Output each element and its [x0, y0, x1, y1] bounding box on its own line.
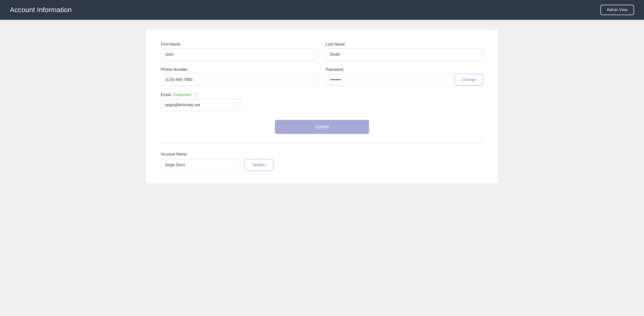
password-label: Password	[326, 67, 483, 72]
email-label: Email (Confirmed) ?	[161, 93, 483, 97]
update-button[interactable]: Update	[275, 120, 369, 134]
email-input[interactable]	[161, 99, 240, 111]
first-name-group: First Name	[161, 42, 318, 60]
account-name-input-wrap	[161, 159, 240, 171]
app-header: Account Information Admin View	[0, 0, 644, 20]
page-title: Account Information	[10, 6, 72, 14]
account-name-row: Update	[161, 159, 483, 171]
phone-input[interactable]	[161, 74, 318, 86]
account-name-label: Account Name	[161, 152, 483, 157]
main-content: First Name Last Name Phone Number Passwo…	[0, 20, 644, 193]
password-group: Password Change	[326, 67, 483, 86]
section-divider	[161, 143, 483, 143]
admin-view-button[interactable]: Admin View	[600, 5, 634, 15]
account-name-input[interactable]	[161, 159, 240, 171]
first-name-label: First Name	[161, 42, 318, 46]
account-card: First Name Last Name Phone Number Passwo…	[146, 30, 498, 183]
account-update-button[interactable]: Update	[244, 159, 274, 171]
email-confirmed-badge: (Confirmed)	[173, 93, 191, 97]
last-name-input[interactable]	[326, 48, 483, 60]
name-row: First Name Last Name	[161, 42, 483, 60]
change-password-button[interactable]: Change	[455, 74, 483, 86]
password-input-wrap	[326, 74, 452, 86]
password-input[interactable]	[326, 74, 452, 86]
email-help-icon[interactable]: ?	[193, 93, 198, 97]
first-name-input[interactable]	[161, 48, 318, 60]
email-row: Email (Confirmed) ?	[161, 93, 483, 111]
phone-password-row: Phone Number Password Change	[161, 67, 483, 86]
phone-label: Phone Number	[161, 67, 318, 72]
phone-group: Phone Number	[161, 67, 318, 86]
update-btn-wrap: Update	[161, 120, 483, 134]
last-name-group: Last Name	[326, 42, 483, 60]
email-group: Email (Confirmed) ?	[161, 93, 483, 111]
account-name-section: Account Name Update	[161, 152, 483, 171]
password-row: Change	[326, 74, 483, 86]
last-name-label: Last Name	[326, 42, 483, 46]
